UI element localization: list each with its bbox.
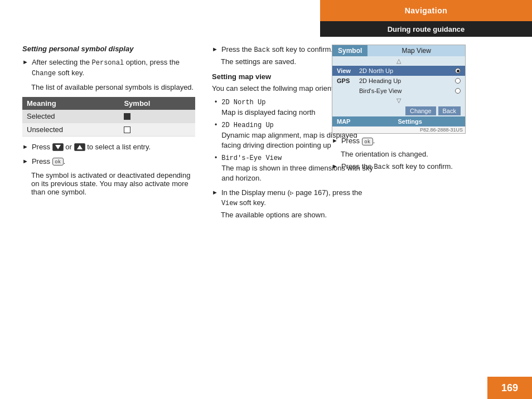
row-option-heading: 2D Heading Up xyxy=(359,77,455,84)
map-row-north: View 2D North Up xyxy=(332,66,465,76)
map-nav-up: △ xyxy=(332,56,465,66)
map-widget-buttons: Change Back xyxy=(332,105,465,116)
north-desc: Map is displayed facing north xyxy=(221,108,315,116)
row-option-north: 2D North Up xyxy=(359,67,455,74)
row-option-birdseye: Bird's-Eye View xyxy=(359,87,455,94)
radio-birdseye xyxy=(455,88,461,94)
page-number: 169 xyxy=(487,377,532,399)
map-row-heading: GPS 2D Heading Up xyxy=(332,76,465,86)
symbol-desc-text: The symbol is activated or deactivated d… xyxy=(31,171,195,196)
view-code: View xyxy=(221,199,238,207)
map-widget-header: Symbol Map View xyxy=(332,45,465,56)
filled-symbol xyxy=(124,113,130,120)
dot-icon-3: • xyxy=(215,154,217,162)
radio-heading xyxy=(455,78,461,84)
ok-btn-ch: ok xyxy=(362,138,373,145)
birdseye-code: Bird's-Eye View xyxy=(221,154,282,162)
back-button[interactable]: Back xyxy=(438,106,461,115)
bullet-press-nav: ► Press or to select a list entry. xyxy=(22,142,195,152)
row-meaning-unselected: Unselected xyxy=(22,123,119,136)
down-arrow-btn xyxy=(52,143,64,151)
nav-header: Navigation xyxy=(320,0,532,21)
row-meaning-selected: Selected xyxy=(22,110,119,123)
empty-symbol xyxy=(124,126,130,133)
map-row-birdseye: Bird's-Eye View xyxy=(332,86,465,96)
row-label-view: View xyxy=(337,67,359,74)
nav-down-arrow: ▽ xyxy=(396,97,401,104)
row-symbol-unselected xyxy=(119,123,195,136)
row-symbol-selected xyxy=(119,110,195,123)
arrow-icon-ch4: ► xyxy=(332,163,338,169)
back-code-2: Back xyxy=(374,163,390,171)
nav-title: Navigation xyxy=(405,6,448,15)
left-section-title: Setting personal symbol display xyxy=(22,45,195,53)
dot-icon-2: • xyxy=(215,121,217,129)
col-meaning: Meaning xyxy=(22,97,119,110)
left-column: Setting personal symbol display ► After … xyxy=(22,45,195,201)
bullet3-text: Press ok. xyxy=(32,157,195,167)
dot-icon-1: • xyxy=(215,98,217,106)
arrow-icon-4: ► xyxy=(212,46,218,52)
col-symbol: Symbol xyxy=(119,97,195,110)
table-row: Selected xyxy=(22,110,195,123)
back-code-1: Back xyxy=(254,46,270,54)
footer-map: MAP xyxy=(332,116,355,126)
map-tab: Symbol xyxy=(332,45,367,56)
ok-button-symbol: ok xyxy=(52,158,64,166)
arrow-icon-5: ► xyxy=(212,189,218,196)
ch-bullet4: ► Press the Back soft key to confirm. xyxy=(332,162,466,172)
change-button[interactable]: Change xyxy=(405,106,436,115)
arrow-icon: ► xyxy=(22,59,28,65)
arrow-icon-2: ► xyxy=(22,143,28,150)
table-row: Unselected xyxy=(22,123,195,136)
row-label-gps: GPS xyxy=(337,77,359,84)
radio-north xyxy=(455,68,461,74)
map-title: Map View xyxy=(367,45,465,56)
up-arrow-btn xyxy=(74,143,85,151)
part-code: P82.86-2888-31US xyxy=(332,126,465,133)
sub-title: During route guidance xyxy=(388,25,465,33)
ch-bullet4-text: Press the Back soft key to confirm. xyxy=(341,162,466,172)
ch-bullet2-text: Press ok. xyxy=(341,136,466,146)
arrow-icon-ch2: ► xyxy=(332,137,338,144)
main-content: Setting personal symbol display ► After … xyxy=(22,45,510,371)
tri-down-icon xyxy=(55,145,61,149)
ch-orientation-changed: The orientation is changed. xyxy=(341,150,466,158)
north-code: 2D North Up xyxy=(221,99,265,106)
map-widget: Symbol Map View △ View 2D North Up GPS 2… xyxy=(332,45,466,175)
heading-code: 2D Heading Up xyxy=(221,121,274,129)
arrow-icon-3: ► xyxy=(22,158,28,164)
change-code: Change xyxy=(32,70,56,77)
info-text: The list of available personal symbols i… xyxy=(31,83,195,91)
tri-up-icon xyxy=(77,145,83,149)
footer-settings: Settings xyxy=(355,116,465,126)
available-text: The available options are shown. xyxy=(221,211,374,219)
bullet1-text: After selecting the Personal option, pre… xyxy=(32,57,195,79)
personal-code: Personal xyxy=(92,59,124,67)
symbol-table: Meaning Symbol Selected Unselected xyxy=(22,97,195,137)
bullet-after-selecting: ► After selecting the Personal option, p… xyxy=(22,57,195,79)
bullet-display-menu: ► In the Display menu (▹ page 167), pres… xyxy=(212,188,374,208)
sub-header: During route guidance xyxy=(320,21,532,37)
display-menu-text: In the Display menu (▹ page 167), press … xyxy=(221,188,374,208)
bullet-press-ok: ► Press ok. xyxy=(22,157,195,167)
map-nav-down: ▽ xyxy=(332,96,465,105)
map-widget-footer: MAP Settings xyxy=(332,116,465,126)
map-widget-container: Symbol Map View △ View 2D North Up GPS 2… xyxy=(332,45,466,134)
nav-up-arrow: △ xyxy=(396,57,401,65)
ch-bullet2: ► Press ok. xyxy=(332,136,466,146)
bullet2-text: Press or to select a list entry. xyxy=(32,142,195,152)
